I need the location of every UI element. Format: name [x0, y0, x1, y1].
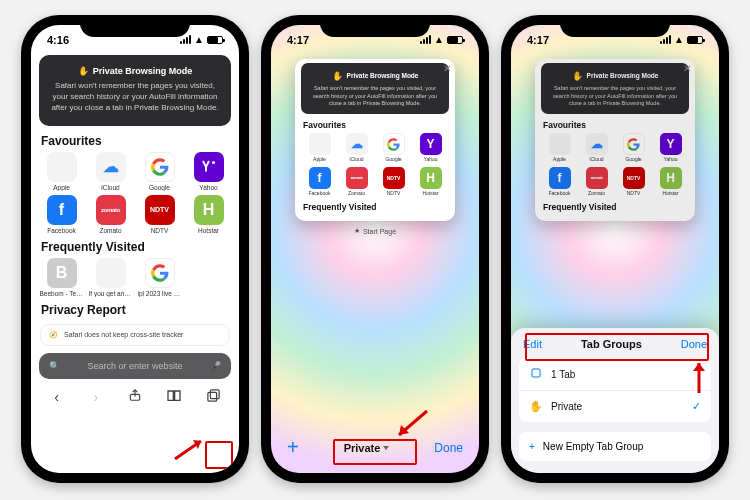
screen-2: 4:17 ▲ ✕ ✋Private Browsing Mode Safari w…	[271, 25, 479, 473]
fav-facebook[interactable]: fFacebook	[39, 195, 84, 234]
icloud-icon: ☁	[96, 152, 126, 182]
signal-icon	[660, 35, 671, 44]
mini-freq-heading: Frequently Visited	[295, 202, 455, 215]
google-icon	[623, 133, 645, 155]
fav-hotstar[interactable]: HHotstar	[186, 195, 231, 234]
done-button[interactable]: Done	[434, 441, 463, 455]
plus-icon: +	[529, 441, 535, 452]
ndtv-icon: NDTV	[623, 167, 645, 189]
notch	[560, 15, 670, 37]
yahoo-icon: Y	[420, 133, 442, 155]
mini-fav-heading: Favourites	[295, 120, 455, 133]
screen-1: 4:16 ▲ ✋Private Browsing Mode Safari won…	[31, 25, 239, 473]
facebook-icon: f	[47, 195, 77, 225]
fav-yahoo[interactable]: Yahoo	[186, 152, 231, 191]
fav-apple[interactable]: Apple	[39, 152, 84, 191]
phone-3: 4:17 ▲ ✕ ✋Private Browsing ModeSafari wo…	[501, 15, 729, 483]
battery-icon	[207, 36, 223, 44]
star-icon: ★	[354, 227, 360, 235]
wifi-icon: ▲	[434, 34, 444, 45]
search-placeholder: Search or enter website	[66, 361, 204, 371]
freq-apple-support[interactable]: If you get an alert i…	[88, 258, 133, 297]
google-icon	[145, 258, 175, 288]
freq-ipl[interactable]: ipl 2023 live - Goo…	[137, 258, 182, 297]
close-tab-button[interactable]: ✕	[443, 63, 451, 74]
privacy-text: Safari does not keep cross-site tracker	[64, 331, 183, 338]
freq-beebom[interactable]: BBeebom - Tech That…	[39, 258, 84, 297]
edit-button[interactable]: Edit	[523, 338, 542, 350]
forward-button[interactable]: ›	[84, 389, 108, 405]
new-tab-group-button[interactable]: + New Empty Tab Group	[519, 432, 711, 461]
svg-rect-6	[532, 369, 540, 377]
signal-icon	[420, 35, 431, 44]
hotstar-icon: H	[420, 167, 442, 189]
tab-preview-dimmed: ✕ ✋Private Browsing ModeSafari won't rem…	[535, 59, 695, 221]
tab-group-1tab[interactable]: 1 Tab	[519, 358, 711, 391]
pb-body: Safari won't remember the pages you visi…	[49, 81, 221, 113]
chevron-down-icon	[383, 446, 389, 450]
freq-grid: BBeebom - Tech That… If you get an alert…	[31, 258, 239, 303]
zomato-icon: zomato	[96, 195, 126, 225]
tab-group-list: 1 Tab ✋ Private ✓	[519, 358, 711, 422]
mini-fav-grid: Apple ☁iCloud Google YYahoo fFacebook zo…	[295, 133, 455, 202]
phone-1: 4:16 ▲ ✋Private Browsing Mode Safari won…	[21, 15, 249, 483]
back-button[interactable]: ‹	[45, 389, 69, 405]
hotstar-icon: H	[194, 195, 224, 225]
mic-icon: 🎤	[210, 361, 221, 371]
notch	[80, 15, 190, 37]
hand-icon: ✋	[332, 70, 343, 82]
status-time: 4:17	[287, 34, 309, 46]
ndtv-icon: NDTV	[145, 195, 175, 225]
screen-3: 4:17 ▲ ✕ ✋Private Browsing ModeSafari wo…	[511, 25, 719, 473]
tab-icon	[529, 367, 543, 381]
fav-icloud[interactable]: ☁iCloud	[88, 152, 133, 191]
sheet-done-button[interactable]: Done	[681, 338, 707, 350]
icloud-icon: ☁	[346, 133, 368, 155]
facebook-icon: f	[309, 167, 331, 189]
notch	[320, 15, 430, 37]
private-icon: ✋	[529, 400, 543, 413]
svg-rect-3	[208, 392, 217, 401]
pb-banner-mini: ✋Private Browsing Mode Safari won't reme…	[301, 63, 449, 114]
tab-group-private[interactable]: ✋ Private ✓	[519, 391, 711, 422]
sheet-title: Tab Groups	[581, 338, 642, 350]
tab-preview[interactable]: ✕ ✋Private Browsing Mode Safari won't re…	[295, 59, 455, 221]
search-field[interactable]: 🔍 Search or enter website 🎤	[39, 353, 231, 379]
toolbar: ‹ ›	[31, 385, 239, 413]
status-time: 4:16	[47, 34, 69, 46]
wifi-icon: ▲	[674, 34, 684, 45]
apple-icon	[549, 133, 571, 155]
new-tab-button[interactable]: +	[287, 436, 299, 459]
battery-icon	[447, 36, 463, 44]
signal-icon	[180, 35, 191, 44]
tab-groups-sheet: Edit Tab Groups Done 1 Tab ✋ Private ✓ +…	[511, 328, 719, 473]
tabs-button[interactable]	[201, 388, 225, 406]
fav-google[interactable]: Google	[137, 152, 182, 191]
apple-icon	[96, 258, 126, 288]
private-browsing-banner: ✋Private Browsing Mode Safari won't reme…	[39, 55, 231, 126]
check-icon: ✓	[692, 400, 701, 413]
letter-icon: B	[47, 258, 77, 288]
pb-title: Private Browsing Mode	[93, 65, 193, 77]
fav-zomato[interactable]: zomatoZomato	[88, 195, 133, 234]
privacy-heading: Privacy Report	[31, 303, 239, 321]
privacy-row[interactable]: 🧭 Safari does not keep cross-site tracke…	[41, 325, 229, 345]
bookmarks-button[interactable]	[162, 388, 186, 405]
tab-caption: ★Start Page	[354, 227, 396, 235]
google-icon	[145, 152, 175, 182]
share-button[interactable]	[123, 388, 147, 405]
favourites-grid: Apple ☁iCloud Google Yahoo fFacebook zom…	[31, 152, 239, 240]
apple-icon	[309, 133, 331, 155]
status-right: ▲	[180, 34, 223, 45]
yahoo-icon	[194, 152, 224, 182]
hotstar-icon: H	[660, 167, 682, 189]
hand-icon: ✋	[78, 65, 89, 77]
compass-icon: 🧭	[49, 331, 58, 339]
tab-group-selector[interactable]: Private	[344, 442, 390, 454]
fav-ndtv[interactable]: NDTVNDTV	[137, 195, 182, 234]
zomato-icon: zomato	[346, 167, 368, 189]
svg-rect-2	[210, 390, 219, 399]
content: ✋Private Browsing Mode Safari won't reme…	[31, 49, 239, 473]
status-time: 4:17	[527, 34, 549, 46]
yahoo-icon: Y	[660, 133, 682, 155]
